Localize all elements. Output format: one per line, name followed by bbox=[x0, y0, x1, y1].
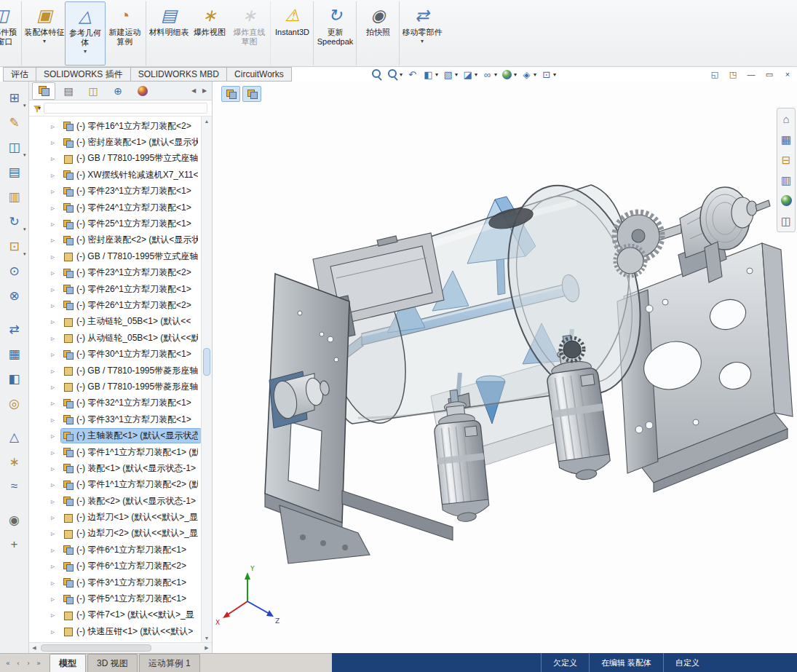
snapshot-tool-icon[interactable]: ◉ ▾ bbox=[2, 508, 27, 531]
tree-item[interactable]: (-) 零件7<1> (默认<<默认>_显 bbox=[29, 607, 201, 623]
status-underdefined[interactable]: 欠定义 bbox=[541, 653, 589, 672]
tree-item[interactable]: (-) 装配<2> (默认<显示状态-1> bbox=[29, 493, 201, 509]
expand-arrow-icon[interactable] bbox=[51, 317, 61, 325]
take-snapshot-button[interactable]: ◉ 拍快照 ▾ bbox=[359, 1, 400, 66]
tree-item[interactable]: (-) 从动链轮_05B<1> (默认<<默 bbox=[29, 330, 201, 346]
expand-arrow-icon[interactable] bbox=[51, 334, 61, 342]
tree-item[interactable]: (-) 零件33^1立方犁刀装配<1> bbox=[29, 411, 201, 427]
expand-arrow-icon[interactable] bbox=[51, 416, 61, 424]
expand-arrow-icon[interactable] bbox=[51, 253, 61, 261]
tree-item[interactable]: (-) 边犁刀<2> (默认<<默认>_显 bbox=[29, 526, 201, 542]
display-style-icon[interactable]: ◪ ▾ bbox=[461, 68, 478, 81]
tree-item[interactable]: (-) 零件26^1立方犁刀装配<1> bbox=[29, 281, 201, 297]
panel-scroll-left-icon[interactable]: ◀ bbox=[189, 85, 198, 97]
tree-item[interactable]: (-) 零件32^1立方犁刀装配<1> bbox=[29, 395, 201, 411]
tab-evaluate[interactable]: 评估 bbox=[3, 67, 36, 82]
tab-scroll-button[interactable]: « bbox=[3, 657, 13, 670]
scrollbar-thumb[interactable] bbox=[203, 348, 210, 376]
tree-item[interactable]: (-) 零件1^1立方犁刀装配<2> (默 bbox=[29, 477, 201, 493]
expand-arrow-icon[interactable] bbox=[51, 220, 61, 228]
expand-arrow-icon[interactable] bbox=[51, 383, 61, 391]
expand-arrow-icon[interactable] bbox=[51, 122, 61, 130]
move-component-button[interactable]: ⇄ 移动零部件 ▾ bbox=[402, 1, 443, 66]
bill-of-materials-button[interactable]: ▤ 材料明细表 ▾ bbox=[148, 1, 189, 66]
displaymanager-tab[interactable] bbox=[131, 82, 154, 100]
expand-arrow-icon[interactable] bbox=[51, 138, 61, 146]
tree-item[interactable]: (-) 零件6^1立方犁刀装配<2> bbox=[29, 558, 201, 574]
graphics-area[interactable]: X Y Z bbox=[213, 82, 797, 653]
tab-circuitworks[interactable]: CircuitWorks bbox=[226, 67, 292, 82]
pane-preview-right-icon[interactable]: ◳ bbox=[726, 68, 739, 80]
view-palette-icon[interactable]: ▥ bbox=[778, 172, 794, 189]
filter-input[interactable] bbox=[44, 103, 207, 114]
expand-arrow-icon[interactable] bbox=[51, 269, 61, 277]
reference-geometry-icon[interactable]: △ ▾ bbox=[2, 425, 27, 448]
window-layout-icon[interactable]: ◫ ▾ bbox=[2, 135, 27, 159]
update-speedpak-button[interactable]: ↻ 更新 Speedpak ▾ bbox=[316, 1, 357, 66]
tree-item[interactable]: (-) 边犁刀<1> (默认<<默认>_显 bbox=[29, 509, 201, 525]
view-settings-icon[interactable]: ⊡ ▾ bbox=[539, 68, 557, 81]
expand-arrow-icon[interactable] bbox=[51, 497, 61, 505]
expand-arrow-icon[interactable] bbox=[51, 465, 61, 473]
scrollbar-thumb[interactable] bbox=[41, 644, 151, 652]
restore-button[interactable]: ▭ bbox=[763, 68, 776, 80]
expand-arrow-icon[interactable] bbox=[51, 529, 61, 537]
expand-arrow-icon[interactable] bbox=[51, 187, 61, 195]
scroll-down-icon[interactable] bbox=[202, 633, 212, 642]
smart-fastener-icon[interactable]: ⊗ ▾ bbox=[2, 284, 27, 307]
view-orientation-icon[interactable]: ▧ ▾ bbox=[441, 68, 459, 81]
tab-scroll-button[interactable]: › bbox=[23, 657, 33, 670]
scroll-right-icon[interactable] bbox=[202, 643, 212, 653]
tab-solidworks-addins[interactable]: SOLIDWORKS 插件 bbox=[36, 67, 131, 82]
tree-item[interactable]: (-) 零件5^1立方犁刀装配<1> bbox=[29, 590, 201, 606]
mate-icon[interactable]: ⊙ ▾ bbox=[2, 259, 27, 282]
propertymanager-tab[interactable]: ▤ bbox=[57, 82, 80, 100]
tree-item[interactable]: (-) 零件1^1立方犁刀装配<1> (默 bbox=[29, 444, 201, 460]
edit-component-icon[interactable]: ▤ ▾ bbox=[2, 160, 27, 183]
assembly-features-button[interactable]: ▣ 装配体特征 ▾ bbox=[24, 1, 65, 66]
tree-item[interactable]: (-) 零件6^1立方犁刀装配<1> bbox=[29, 542, 201, 558]
insert-component-icon[interactable]: ⊡ ▾ bbox=[2, 234, 27, 258]
linear-pattern-icon[interactable]: ▦ ▾ bbox=[2, 342, 27, 365]
motion-icon[interactable]: ≈ ▾ bbox=[2, 475, 27, 498]
status-editing-assembly[interactable]: 在编辑 装配体 bbox=[589, 653, 663, 672]
featuremanager-tab[interactable] bbox=[32, 82, 55, 100]
expand-arrow-icon[interactable] bbox=[51, 513, 61, 521]
expand-arrow-icon[interactable] bbox=[51, 285, 61, 293]
move-component-icon[interactable]: ⇄ ▾ bbox=[2, 317, 27, 341]
pane-preview-left-icon[interactable]: ◱ bbox=[708, 68, 721, 80]
explode-line-sketch-button[interactable]: ∗ 爆炸直线草图 ▾ bbox=[230, 1, 271, 66]
mirror-components-icon[interactable]: ◧ ▾ bbox=[2, 367, 27, 390]
expand-arrow-icon[interactable] bbox=[51, 350, 61, 358]
rotate-component-icon[interactable]: ↻ ▾ bbox=[2, 210, 27, 233]
filter-icon[interactable]: ▾ bbox=[33, 105, 41, 112]
panel-scroll-right-icon[interactable]: ▶ bbox=[200, 85, 209, 97]
dimxpertmanager-tab[interactable]: ⊕ bbox=[106, 82, 130, 100]
expand-arrow-icon[interactable] bbox=[51, 204, 61, 212]
document-icon[interactable]: ▥ ▾ bbox=[2, 185, 27, 208]
close-button[interactable]: × bbox=[781, 68, 794, 80]
expand-arrow-icon[interactable] bbox=[51, 236, 61, 244]
tree-item[interactable]: (-) 零件26^1立方犁刀装配<2> bbox=[29, 297, 201, 313]
edit-appearance-icon[interactable]: ▾ bbox=[500, 68, 518, 81]
tree-item[interactable]: (-) GB / T7810-1995带立式座轴 bbox=[29, 248, 201, 264]
expand-arrow-icon[interactable] bbox=[51, 301, 61, 309]
expand-arrow-icon[interactable] bbox=[51, 562, 61, 570]
scroll-left-icon[interactable] bbox=[29, 643, 39, 653]
tree-item[interactable]: (-) 装配<1> (默认<显示状态-1> bbox=[29, 460, 201, 476]
tree-item[interactable]: (-) GB / T7810-1995带立式座轴 bbox=[29, 151, 201, 167]
home-icon[interactable]: ⌂ bbox=[778, 111, 794, 127]
tree-item[interactable]: (-) 零件24^1立方犁刀装配<1> bbox=[29, 199, 201, 216]
expand-arrow-icon[interactable] bbox=[51, 579, 61, 587]
apply-scene-icon[interactable]: ◈ ▾ bbox=[520, 68, 537, 81]
tree-item[interactable]: (-) 零件3^1立方犁刀装配<1> bbox=[29, 574, 201, 590]
tree-item[interactable]: (-) 密封座装配<2> (默认<显示状 bbox=[29, 232, 201, 248]
breadcrumb-assembly-icon-2[interactable] bbox=[242, 86, 261, 102]
tab-scroll-button[interactable]: ‹ bbox=[13, 657, 23, 670]
minimize-button[interactable]: ― bbox=[745, 68, 758, 80]
tree-item[interactable]: (-) 零件30^1立方犁刀装配<1> bbox=[29, 346, 201, 362]
tree-item[interactable]: (-) 零件25^1立方犁刀装配<1> bbox=[29, 216, 201, 232]
tree-horizontal-scrollbar[interactable] bbox=[29, 642, 212, 653]
tree-item[interactable]: (-) 密封座装配<1> (默认<显示状 bbox=[29, 134, 201, 150]
breadcrumb-assembly-icon-1[interactable] bbox=[221, 86, 240, 102]
